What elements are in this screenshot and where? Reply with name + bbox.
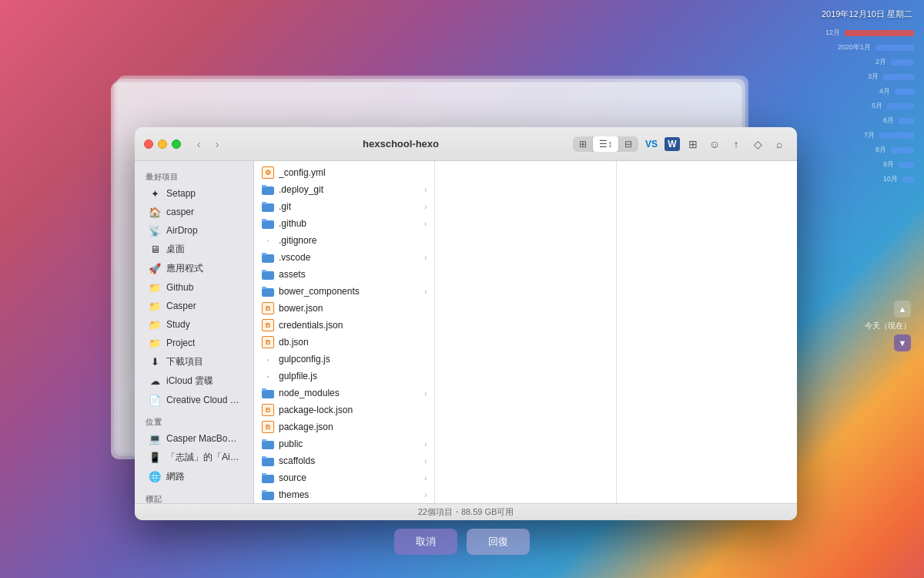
file-item-icon: · xyxy=(262,370,274,382)
chevron-right-icon: › xyxy=(424,186,427,194)
sidebar-item-network[interactable]: 🌐網路 xyxy=(138,467,250,486)
apps-label: 應用程式 xyxy=(166,262,203,275)
file-item-name: node_modules xyxy=(279,388,420,398)
icon-view-btn[interactable]: ⊞ xyxy=(573,136,593,152)
file-item[interactable]: assets xyxy=(254,266,434,283)
file-item[interactable]: .deploy_git› xyxy=(254,181,434,198)
file-item[interactable]: ·.gitignore xyxy=(254,232,434,249)
svg-rect-12 xyxy=(262,390,274,398)
sidebar-item-project[interactable]: 📁Project xyxy=(138,334,250,352)
cc-files-label: Creative Cloud Files xyxy=(166,395,239,405)
sidebar-item-cc-files[interactable]: 📄Creative Cloud Files xyxy=(138,391,250,409)
gallery-view-btn[interactable]: ⊟ xyxy=(618,136,638,152)
airpod-icon: 📱 xyxy=(149,452,161,464)
macbook-icon: 💻 xyxy=(149,432,161,445)
maximize-button[interactable] xyxy=(172,139,181,149)
icloud-label: iCloud 雲碟 xyxy=(166,375,213,388)
file-item[interactable]: .github› xyxy=(254,215,434,232)
file-item[interactable]: Bcredentials.json xyxy=(254,317,434,334)
calendar-date-label: 2019年12月10日 星期二 xyxy=(822,9,912,18)
word-icon[interactable]: W xyxy=(665,137,680,151)
grid-icon[interactable]: ⊞ xyxy=(685,136,701,153)
sidebar-item-airdrop[interactable]: 📡AirDrop xyxy=(138,221,250,240)
file-item-icon: B xyxy=(262,336,274,348)
file-item[interactable]: themes› xyxy=(254,486,434,503)
chevron-down-btn[interactable]: ▼ xyxy=(894,334,911,351)
airdrop-icon: 📡 xyxy=(149,224,161,237)
sidebar-item-apps[interactable]: 🚀應用程式 xyxy=(138,259,250,278)
file-item[interactable]: ·gulpfile.js xyxy=(254,368,434,385)
list-view-btn[interactable]: ☰↕ xyxy=(593,136,618,152)
sidebar-item-setapp[interactable]: ✦Setapp xyxy=(138,184,250,203)
file-item-name: package.json xyxy=(279,422,427,432)
chevron-right-icon: › xyxy=(424,440,427,449)
svg-rect-11 xyxy=(262,287,266,289)
sidebar-item-desktop[interactable]: 🖥桌面 xyxy=(138,240,250,259)
file-item[interactable]: Bdb.json xyxy=(254,334,434,351)
chevron-up-btn[interactable]: ▲ xyxy=(894,301,911,318)
file-item-icon xyxy=(262,489,274,501)
vscode-icon[interactable]: VS xyxy=(643,136,660,153)
casper-home-icon: 🏠 xyxy=(149,206,161,218)
file-item[interactable]: ⚙_config.yml xyxy=(254,164,434,181)
svg-rect-1 xyxy=(262,185,266,187)
casper-folder-label: Casper xyxy=(166,301,196,311)
file-item-icon: B xyxy=(262,302,274,314)
sidebar-item-github[interactable]: 📁Github xyxy=(138,278,250,297)
file-item-icon xyxy=(262,200,274,213)
file-item[interactable]: .git› xyxy=(254,198,434,215)
sidebar-item-airpod[interactable]: 📱「志誠」的「AirPor...」 xyxy=(138,448,250,467)
file-item-name: .vscode xyxy=(279,252,420,263)
svg-rect-8 xyxy=(262,271,274,280)
file-item[interactable]: scaffolds› xyxy=(254,452,434,469)
file-item-name: public xyxy=(279,439,420,449)
file-item[interactable]: Bbower.json xyxy=(254,300,434,317)
forward-button[interactable]: › xyxy=(209,136,226,153)
file-item[interactable]: bower_components› xyxy=(254,283,434,300)
share-icon[interactable]: ↑ xyxy=(728,136,745,153)
bottom-buttons: 取消 回復 xyxy=(394,529,530,555)
cc-files-icon: 📄 xyxy=(149,394,161,406)
file-item-icon: ⚙ xyxy=(262,166,274,179)
search-icon[interactable]: ⌕ xyxy=(771,136,788,153)
file-item-name: credentials.json xyxy=(279,320,427,331)
back-button[interactable]: ‹ xyxy=(190,136,207,153)
file-item[interactable]: Bpackage.json xyxy=(254,418,434,435)
file-item[interactable]: ·gulpconfig.js xyxy=(254,351,434,368)
downloads-icon: ⬇ xyxy=(149,356,161,368)
file-item-icon: B xyxy=(262,319,274,331)
tag-icon[interactable]: ◇ xyxy=(749,136,766,153)
sidebar-item-icloud[interactable]: ☁iCloud 雲碟 xyxy=(138,371,250,391)
study-label: Study xyxy=(166,319,190,330)
sidebar-item-macbook[interactable]: 💻Casper MacBook Pro xyxy=(138,429,250,448)
confirm-button[interactable]: 回復 xyxy=(467,529,530,555)
file-item-name: gulpconfig.js xyxy=(279,354,427,365)
file-item[interactable]: source› xyxy=(254,469,434,486)
svg-rect-16 xyxy=(262,458,274,466)
file-item-name: assets xyxy=(279,269,427,280)
file-item-icon xyxy=(262,472,274,484)
sidebar-item-study[interactable]: 📁Study xyxy=(138,315,250,334)
sidebar-item-downloads[interactable]: ⬇下載項目 xyxy=(138,352,250,371)
minimize-button[interactable] xyxy=(158,139,167,149)
file-item[interactable]: public› xyxy=(254,435,434,452)
study-icon: 📁 xyxy=(149,318,161,331)
file-item-name: .github xyxy=(279,218,420,229)
casper-home-label: casper xyxy=(166,207,194,217)
status-bar: 22個項目・88.59 GB可用 xyxy=(135,503,797,520)
empty-pane-3 xyxy=(617,161,797,503)
cancel-button[interactable]: 取消 xyxy=(394,529,457,555)
status-text: 22個項目・88.59 GB可用 xyxy=(418,506,514,518)
setapp-icon: ✦ xyxy=(149,187,161,200)
chevron-right-icon: › xyxy=(424,220,427,228)
sidebar-item-casper-folder[interactable]: 📁Casper xyxy=(138,297,250,315)
file-item[interactable]: .vscode› xyxy=(254,249,434,266)
svg-rect-21 xyxy=(262,490,266,492)
file-item[interactable]: node_modules› xyxy=(254,385,434,402)
file-item[interactable]: Bpackage-lock.json xyxy=(254,402,434,418)
sidebar-items-container: ✦Setapp🏠casper📡AirDrop🖥桌面🚀應用程式📁Github📁Ca… xyxy=(135,184,253,409)
sidebar-item-casper-home[interactable]: 🏠casper xyxy=(138,203,250,221)
close-button[interactable] xyxy=(144,139,153,149)
emoji-icon[interactable]: ☺ xyxy=(706,136,723,153)
github-label: Github xyxy=(166,282,193,293)
